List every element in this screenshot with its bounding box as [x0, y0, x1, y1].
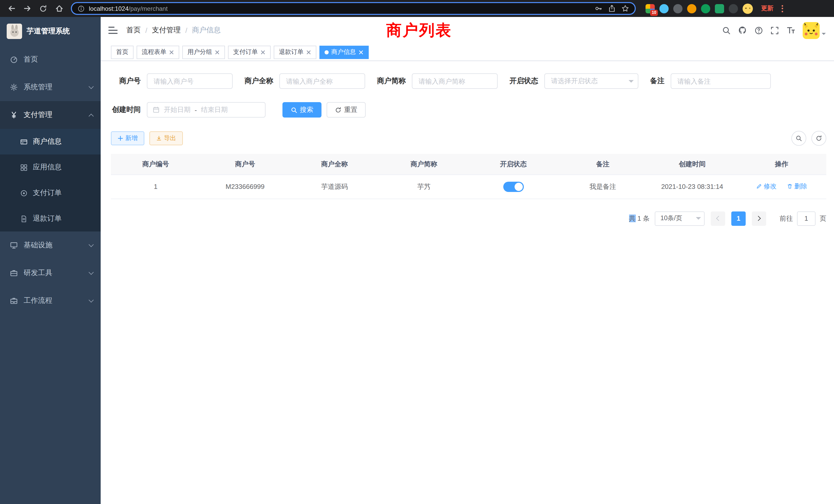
chrome-profile-avatar[interactable] [743, 3, 753, 14]
url-text: localhost:1024/pay/merchant [89, 5, 591, 12]
sidebar-item-infra[interactable]: 基础设施 [0, 231, 101, 259]
sidebar-item-app-info[interactable]: 应用信息 [0, 155, 101, 180]
active-dot [325, 50, 329, 54]
merchant-no-input[interactable] [147, 73, 233, 89]
edit-link[interactable]: 修改 [756, 182, 776, 191]
cell-remark: 我是备注 [558, 175, 647, 199]
table-header-row: 商户编号 商户号 商户全称 商户简称 开启状态 备注 创建时间 操作 [111, 154, 826, 175]
browser-reload-button[interactable] [37, 2, 49, 15]
github-icon[interactable] [738, 26, 747, 35]
pagination: 共 1 条 10条/页 1 前往 页 [111, 211, 826, 226]
tab-user-group[interactable]: 用户分组 [182, 45, 225, 59]
sidebar-item-merchant-info[interactable]: 商户信息 [0, 129, 101, 155]
sidebar-item-devtools[interactable]: 研发工具 [0, 259, 101, 287]
cell-merchant-index: 1 [111, 175, 200, 199]
top-navbar: 首页 / 支付管理 / 商户信息 商户列表 [101, 17, 834, 44]
extension-icon-5[interactable] [701, 4, 710, 13]
sidebar-item-system[interactable]: 系统管理 [0, 73, 101, 101]
chrome-update-button[interactable]: 更新 [761, 4, 773, 13]
extension-puzzle-icon[interactable]: 10 [645, 4, 655, 13]
address-bar[interactable]: localhost:1024/pay/merchant [71, 2, 636, 15]
gear-icon [10, 83, 18, 91]
date-range-picker[interactable]: 开始日期 - 结束日期 [147, 102, 265, 117]
tab-pay-order[interactable]: 支付订单 [228, 45, 271, 59]
close-icon[interactable] [306, 49, 311, 55]
chevron-down-icon [629, 80, 634, 85]
status-select[interactable]: 请选择开启状态 [544, 73, 638, 89]
page-info-icon[interactable] [78, 5, 85, 12]
logo-avatar [7, 24, 22, 39]
status-toggle[interactable] [503, 181, 524, 192]
calendar-icon [153, 106, 160, 113]
next-page-button[interactable] [752, 211, 766, 226]
close-icon[interactable] [260, 49, 265, 55]
status-label: 开启状态 [509, 76, 538, 86]
user-avatar[interactable] [803, 22, 820, 39]
sidebar-item-payment[interactable]: 支付管理 [0, 101, 101, 129]
add-button[interactable]: 新增 [111, 131, 144, 145]
breadcrumb: 首页 / 支付管理 / 商户信息 [126, 26, 221, 35]
breadcrumb-payment[interactable]: 支付管理 [152, 26, 181, 35]
table-row: 1 M233666999 芋道源码 芋艿 我是备注 2021-10-23 08:… [111, 175, 826, 199]
extension-icon-6[interactable] [715, 4, 724, 13]
remark-input[interactable] [671, 73, 771, 89]
close-icon[interactable] [215, 49, 220, 55]
share-icon[interactable] [608, 5, 616, 12]
search-icon[interactable] [722, 26, 731, 35]
browser-back-button[interactable] [5, 2, 18, 15]
payment-submenu: 商户信息 应用信息 支付订单 [0, 129, 101, 231]
sidebar-item-workflow[interactable]: 工作流程 [0, 287, 101, 315]
reset-button[interactable]: 重置 [327, 102, 366, 117]
help-icon[interactable] [754, 26, 763, 35]
sidebar-toggle-icon[interactable] [108, 27, 117, 34]
font-size-icon[interactable] [786, 26, 795, 35]
tab-process-form[interactable]: 流程表单 [137, 45, 179, 59]
extension-icon-2[interactable] [659, 4, 668, 13]
cell-created-at: 2021-10-23 08:31:14 [648, 175, 737, 199]
short-name-input[interactable] [412, 73, 498, 89]
page-content: 商户号 商户全称 商户简称 开启状态 请选择开启状态 [101, 61, 834, 504]
annotation-merchant-list: 商户列表 [386, 20, 452, 41]
caret-down-icon [822, 32, 826, 37]
extension-icon-4[interactable] [687, 4, 696, 13]
page-number-1[interactable]: 1 [731, 211, 746, 226]
fullscreen-icon[interactable] [770, 26, 779, 35]
extension-icon-3[interactable] [673, 4, 682, 13]
export-button[interactable]: 导出 [150, 131, 183, 145]
cell-short-name: 芋艿 [379, 175, 468, 199]
tab-merchant-info[interactable]: 商户信息 [320, 45, 369, 59]
extension-icon-7[interactable] [729, 4, 738, 13]
sidebar-item-home[interactable]: 首页 [0, 46, 101, 73]
goto-label: 前往 [780, 214, 793, 223]
sidebar-item-pay-order[interactable]: 支付订单 [0, 180, 101, 206]
merchant-table: 商户编号 商户号 商户全称 商户简称 开启状态 备注 创建时间 操作 1 [111, 154, 826, 199]
breadcrumb-home[interactable]: 首页 [126, 26, 141, 35]
tab-refund-order[interactable]: 退款订单 [274, 45, 316, 59]
browser-home-button[interactable] [53, 2, 65, 15]
bookmark-star-icon[interactable] [621, 5, 629, 12]
search-button[interactable]: 搜索 [282, 102, 322, 117]
password-key-icon[interactable] [595, 5, 602, 12]
chevron-down-icon [89, 242, 94, 247]
close-icon[interactable] [358, 49, 364, 55]
app-logo[interactable]: 芋道管理系统 [0, 17, 101, 46]
target-icon [20, 189, 28, 197]
close-icon[interactable] [169, 49, 174, 55]
prev-page-button[interactable] [711, 211, 725, 226]
goto-page-input[interactable] [797, 211, 815, 226]
page-size-select[interactable]: 10条/页 [655, 211, 705, 226]
briefcase-icon [10, 297, 18, 305]
toolbox-icon [10, 269, 18, 277]
short-name-label: 商户简称 [377, 76, 406, 86]
user-menu[interactable] [803, 22, 826, 39]
yen-icon [10, 111, 18, 119]
full-name-input[interactable] [279, 73, 365, 89]
tab-home[interactable]: 首页 [111, 45, 133, 59]
toggle-search-button[interactable] [791, 131, 806, 146]
refresh-button[interactable] [811, 131, 826, 146]
browser-forward-button[interactable] [21, 2, 34, 15]
chrome-menu-icon[interactable] [780, 5, 785, 12]
sidebar-item-refund-order[interactable]: 退款订单 [0, 206, 101, 231]
merchant-no-label: 商户号 [111, 76, 141, 86]
delete-link[interactable]: 删除 [787, 182, 807, 191]
